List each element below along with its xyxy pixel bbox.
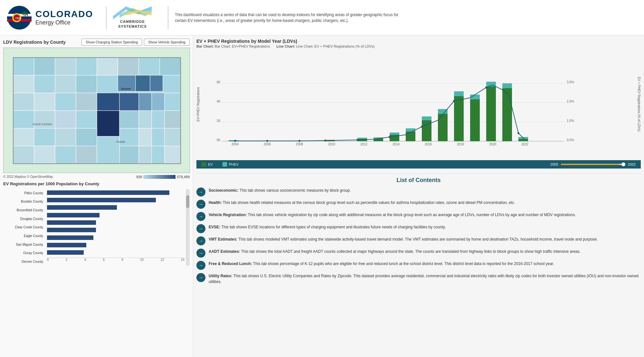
map-copyright: © 2022 Mapbox © OpenStreetMap [3, 175, 53, 178]
slider-fill [561, 164, 619, 165]
svg-text:Pueblo: Pueblo [116, 140, 125, 143]
svg-rect-96 [406, 132, 415, 141]
co-logo-area: CEO COLORADO Energy Office [6, 5, 93, 31]
left-panel: LDV Registrations by County Show Chargin… [0, 35, 193, 357]
cambridge-line2: SYSTEMATICS [118, 24, 147, 28]
list-item[interactable]: →Utility Rates: This tab shows U.S. Elec… [196, 273, 641, 285]
bar-fill [47, 205, 117, 210]
svg-rect-13 [13, 58, 34, 75]
bar-label: Eagle County [3, 234, 43, 238]
list-arrow-icon: → [196, 200, 205, 209]
svg-rect-14 [34, 58, 55, 75]
list-item[interactable]: →Vehicle Registration: This tab shows ve… [196, 212, 641, 221]
list-item-text: EVSE: This tab shows EVSE locations for … [209, 224, 446, 230]
bar-fill [47, 198, 156, 202]
svg-rect-15 [55, 58, 76, 75]
svg-rect-102 [502, 88, 512, 141]
axis-label: 10 [140, 258, 144, 261]
svg-rect-44 [119, 111, 139, 128]
list-section: List of Contents →Socioeconomic: This ta… [196, 174, 641, 354]
list-item-text: VMT Estimates: This tab shows modeled VM… [209, 236, 598, 242]
map-buttons: Show Charging Station Spending Show Vehi… [81, 39, 190, 46]
list-item[interactable]: →Free & Reduced Lunch: This tab shows pe… [196, 261, 641, 270]
svg-text:0.0%: 0.0% [567, 138, 574, 142]
show-vehicle-btn[interactable]: Show Vehicle Spending [144, 39, 190, 46]
svg-rect-103 [518, 139, 528, 141]
svg-rect-107 [390, 133, 399, 135]
bar-row [47, 250, 185, 255]
svg-rect-30 [13, 93, 34, 111]
slider-thumb[interactable] [621, 162, 625, 166]
svg-rect-56 [13, 146, 34, 164]
svg-rect-5 [24, 14, 24, 16]
svg-rect-7 [27, 14, 28, 16]
list-arrow-icon: → [196, 236, 205, 245]
map-legend: 939 578,489 [136, 175, 190, 179]
svg-rect-6 [25, 14, 26, 16]
bar-chart-section: EV Registrations per 1000 Population by … [3, 181, 190, 354]
list-item[interactable]: →EVSE: This tab shows EVSE locations for… [196, 224, 641, 233]
svg-text:2.0%: 2.0% [567, 100, 574, 103]
svg-rect-17 [97, 58, 118, 75]
svg-rect-101 [486, 87, 496, 141]
show-charging-btn[interactable]: Show Charging Station Spending [81, 39, 142, 46]
ev-y-label-right: EV + PHEV Registrations (% of LDVs) [634, 50, 641, 159]
header-divider [106, 6, 107, 29]
list-item-text: Vehicle Registration: This tab shows veh… [209, 212, 576, 218]
svg-text:CEO: CEO [15, 17, 21, 20]
svg-rect-32 [55, 93, 76, 111]
svg-text:2014: 2014 [393, 142, 400, 146]
svg-rect-114 [502, 83, 512, 88]
svg-rect-105 [357, 138, 367, 139]
svg-point-123 [453, 100, 455, 102]
svg-rect-55 [165, 128, 181, 146]
svg-text:2018: 2018 [457, 142, 464, 146]
svg-rect-21 [13, 75, 34, 93]
bar-axis [47, 258, 185, 258]
svg-point-118 [298, 140, 300, 142]
list-item[interactable]: →Health: This tab shows health related m… [196, 200, 641, 209]
main-content: LDV Registrations by County Show Chargin… [0, 35, 644, 357]
svg-rect-25 [97, 75, 118, 93]
list-item[interactable]: →Socioeconomic: This tab shows various s… [196, 188, 641, 197]
svg-text:2010: 2010 [328, 142, 336, 146]
bar-row [47, 235, 185, 241]
svg-point-120 [356, 139, 358, 141]
bar-label: Pitkin County [3, 191, 43, 195]
svg-text:2006: 2006 [264, 142, 271, 146]
legend-max: 578,489 [177, 175, 190, 179]
svg-text:2008: 2008 [296, 142, 303, 146]
svg-text:2K: 2K [217, 119, 221, 123]
svg-rect-18 [118, 58, 139, 75]
bar-fill [47, 213, 99, 217]
axis-label: 6 [103, 258, 105, 261]
svg-text:2012: 2012 [360, 142, 368, 146]
bar-fill [47, 235, 93, 240]
year-slider-track[interactable] [561, 164, 625, 165]
axis-label: 14 [181, 258, 185, 261]
bar-scrollbar[interactable] [186, 189, 190, 266]
list-item-text: Socioeconomic: This tab shows various so… [209, 188, 351, 193]
bar-row [47, 227, 185, 233]
list-arrow-icon: → [196, 273, 205, 282]
svg-text:4K: 4K [217, 100, 221, 103]
bar-label: San Miguel County [3, 243, 43, 246]
svg-text:2022: 2022 [521, 142, 529, 146]
legend-gradient [143, 175, 175, 179]
co-state-title: COLORADO [35, 9, 93, 19]
svg-rect-53 [139, 128, 152, 146]
cambridge-logo: CAMBRIDGE SYSTEMATICS [113, 6, 152, 29]
bar-fill [47, 220, 96, 225]
svg-rect-20 [160, 58, 181, 75]
year-end-label: 2022 [628, 162, 636, 166]
svg-rect-111 [454, 91, 464, 96]
map-container: Denver Grand Junction Pueblo [3, 48, 190, 173]
ev-legend-bar: EV PHEV 2005 2022 [196, 160, 641, 169]
list-item[interactable]: →VMT Estimates: This tab shows modeled V… [196, 236, 641, 245]
cambridge-line1: CAMBRIDGE [120, 20, 145, 23]
svg-rect-47 [165, 111, 181, 128]
co-title-area: COLORADO Energy Office [35, 9, 93, 26]
svg-rect-35 [119, 93, 139, 111]
list-item[interactable]: →AADT Estimates: This tab shows the tota… [196, 249, 641, 258]
svg-point-124 [485, 87, 487, 88]
